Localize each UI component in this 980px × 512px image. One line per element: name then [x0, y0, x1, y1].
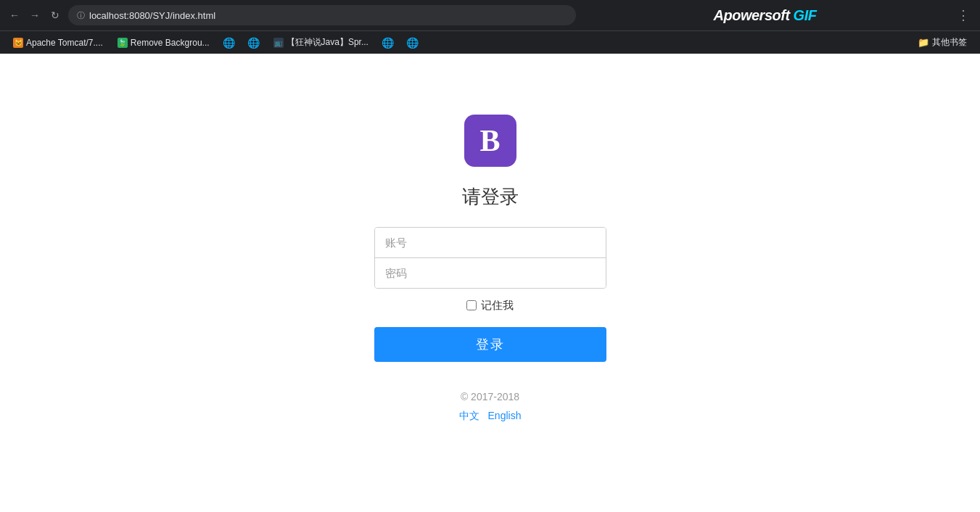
- login-title: 请登录: [462, 184, 519, 210]
- bookmark-label-tomcat: Apache Tomcat/7....: [26, 38, 103, 48]
- url-text: localhost:8080/SYJ/index.html: [89, 10, 215, 21]
- lock-icon: ⓘ: [77, 10, 85, 21]
- bookmark-globe-4[interactable]: 🌐: [402, 36, 424, 50]
- footer: © 2017-2018 中文 English: [459, 391, 522, 423]
- lang-english-link[interactable]: English: [488, 410, 522, 423]
- page-content: B 请登录 记住我 登录 © 2017-2018 中文 English: [0, 54, 980, 512]
- forward-button[interactable]: →: [28, 8, 42, 22]
- login-button[interactable]: 登录: [374, 327, 606, 362]
- browser-menu-button[interactable]: ⋮: [954, 4, 973, 26]
- language-links: 中文 English: [459, 410, 522, 423]
- back-button[interactable]: ←: [7, 8, 22, 22]
- login-form: [374, 227, 606, 289]
- bookmark-remove-bg[interactable]: 🍃 Remove Backgrou...: [112, 36, 215, 50]
- bookmark-icon-tv: 📺: [273, 38, 284, 48]
- other-bookmarks-label: 其他书签: [932, 36, 967, 49]
- apowersoft-badge: Apowersoft GIF: [714, 7, 817, 24]
- bookmark-globe-1[interactable]: 🌐: [218, 36, 240, 50]
- apowersoft-text: Apowersoft: [714, 7, 794, 23]
- bookmark-icon-globe1: 🌐: [224, 38, 234, 48]
- bookmark-globe-2[interactable]: 🌐: [243, 36, 265, 50]
- bookmark-icon-globe4: 🌐: [408, 38, 418, 48]
- refresh-button[interactable]: ↻: [48, 8, 62, 22]
- lang-chinese-link[interactable]: 中文: [459, 410, 479, 423]
- bookmark-icon-globe2: 🌐: [249, 38, 259, 48]
- other-bookmarks[interactable]: 📁 其他书签: [912, 34, 973, 51]
- browser-chrome: ← → ↻ ⓘ localhost:8080/SYJ/index.html Ap…: [0, 0, 980, 54]
- remember-me-label: 记住我: [481, 299, 514, 313]
- bookmark-folder-icon: 📁: [918, 37, 929, 48]
- password-input[interactable]: [375, 258, 606, 288]
- bookmark-label-remove-bg: Remove Backgrou...: [131, 38, 210, 48]
- browser-toolbar: ← → ↻ ⓘ localhost:8080/SYJ/index.html Ap…: [0, 0, 980, 30]
- gif-text: GIF: [794, 7, 817, 23]
- bookmark-globe-3[interactable]: 🌐: [377, 36, 399, 50]
- login-container: B 请登录 记住我 登录 © 2017-2018 中文 English: [374, 115, 606, 423]
- address-bar[interactable]: ⓘ localhost:8080/SYJ/index.html: [68, 5, 576, 25]
- copyright-text: © 2017-2018: [461, 391, 519, 402]
- bookmark-label-kuangshen: 【狂神说Java】Spr...: [287, 36, 368, 49]
- bookmarks-bar: 🐱 Apache Tomcat/7.... 🍃 Remove Backgrou.…: [0, 30, 980, 54]
- bootstrap-logo: B: [464, 115, 516, 167]
- bootstrap-letter: B: [479, 125, 500, 156]
- bookmark-icon-tomcat: 🐱: [13, 38, 23, 48]
- username-input[interactable]: [375, 228, 606, 258]
- remember-me-container: 记住我: [466, 299, 514, 313]
- bookmark-kuangshen[interactable]: 📺 【狂神说Java】Spr...: [268, 34, 374, 51]
- remember-me-checkbox[interactable]: [466, 300, 477, 310]
- bookmark-icon-leaf: 🍃: [118, 38, 128, 48]
- bookmark-tomcat[interactable]: 🐱 Apache Tomcat/7....: [7, 36, 109, 50]
- bookmark-icon-globe3: 🌐: [383, 38, 393, 48]
